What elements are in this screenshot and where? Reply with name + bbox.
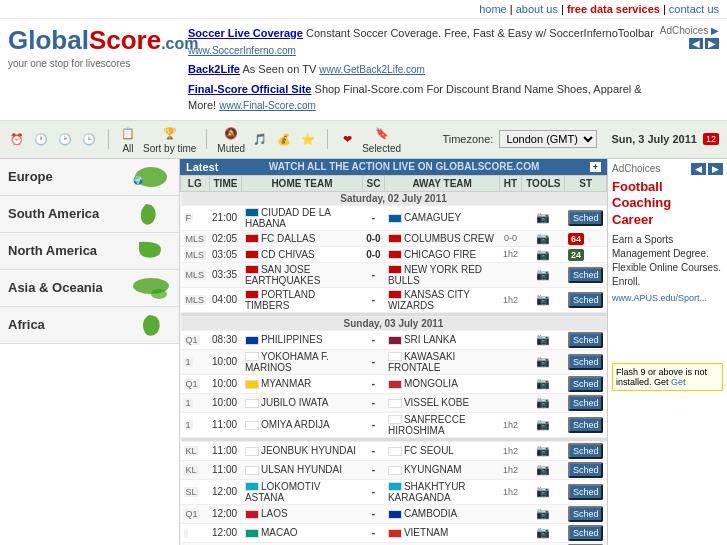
away-team-cell: CHICAGO FIRE: [385, 246, 499, 262]
sched-button[interactable]: Sched: [568, 484, 604, 500]
flag-icon: [245, 208, 259, 217]
camera-icon[interactable]: 📷: [536, 444, 550, 456]
league-cell: 1: [181, 349, 210, 374]
col-away: AWAY TEAM: [385, 175, 499, 191]
flag-icon: [388, 214, 402, 223]
toolbar-icon-6: 💰: [275, 130, 293, 148]
ht-cell: [499, 262, 521, 287]
sidebar-item-europe[interactable]: Europe 🌍: [0, 159, 179, 196]
ad1-link[interactable]: Soccer Live Coverage: [188, 27, 303, 39]
clock-icon-1: ⏰: [8, 130, 26, 148]
camera-icon[interactable]: 📷: [536, 293, 550, 305]
separator-2: [206, 129, 207, 149]
ad-choices-header: AdChoices: [660, 25, 708, 36]
score-cell: -: [362, 330, 385, 349]
table-row: Q1 10:00 MYANMAR - MONGOLIA 📷 Sched: [181, 374, 607, 393]
table-row: SL 12:00 LOKOMOTIV ASTANA - SHAKHTYUR KA…: [181, 479, 607, 504]
home-link[interactable]: home: [479, 3, 507, 15]
sched-button[interactable]: Sched: [568, 267, 604, 283]
timezone-select[interactable]: London (GMT): [499, 130, 597, 148]
home-team-cell: JUBILO IWATA: [242, 393, 362, 412]
ad3-link[interactable]: Final-Score Official Site: [188, 83, 311, 95]
clock-icon-2: 🕐: [32, 130, 50, 148]
league-cell: 1: [181, 412, 210, 437]
camera-icon[interactable]: 📷: [536, 463, 550, 475]
away-team-cell: COLUMBUS CREW: [385, 230, 499, 246]
africa-map: [131, 313, 171, 337]
camera-icon[interactable]: 📷: [536, 333, 550, 345]
sidebar-item-north-america[interactable]: North America: [0, 233, 179, 270]
expand-button[interactable]: +: [590, 162, 601, 172]
sched-button[interactable]: Sched: [568, 462, 604, 478]
free-data-link[interactable]: free data services: [567, 3, 660, 15]
sched-button[interactable]: Sched: [568, 376, 604, 392]
sched-button[interactable]: Sched: [568, 417, 604, 433]
filter-all-button[interactable]: 📋: [119, 125, 137, 143]
camera-icon[interactable]: 📷: [536, 268, 550, 280]
camera-icon[interactable]: 📷: [536, 248, 550, 260]
matches-tbody: Saturday, 02 July 2011 F 21:00 CIUDAD DE…: [181, 191, 607, 545]
tools-cell: 📷: [522, 330, 565, 349]
contact-link[interactable]: contact us: [669, 3, 719, 15]
away-team-cell: CAMBODIA: [385, 504, 499, 523]
camera-icon[interactable]: 📷: [536, 526, 550, 538]
sched-button[interactable]: Sched: [568, 443, 604, 459]
about-link[interactable]: about us: [516, 3, 558, 15]
ad2-text: As Seen on TV: [242, 63, 316, 75]
sort-time-button[interactable]: 🏆: [161, 125, 179, 143]
camera-icon[interactable]: 📷: [536, 355, 550, 367]
camera-icon[interactable]: 📷: [536, 396, 550, 408]
separator-3: [327, 129, 328, 149]
ad-blue-2[interactable]: ▶: [708, 163, 723, 175]
ad-choices-icon[interactable]: ▶: [711, 25, 719, 36]
latest-label: Latest: [186, 161, 218, 173]
ht-cell: [499, 349, 521, 374]
camera-icon[interactable]: 📷: [536, 211, 550, 223]
nav-arrow-left[interactable]: ◀: [689, 38, 703, 49]
sidebar-item-asia-oceania[interactable]: Asia & Oceania: [0, 270, 179, 307]
table-row: MLS 04:00 PORTLAND TIMBERS - KANSAS CITY…: [181, 287, 607, 312]
nav-arrow-right[interactable]: ▶: [705, 38, 719, 49]
score-cell: -: [362, 349, 385, 374]
st-cell: Sched: [565, 460, 607, 479]
flag-icon: [388, 482, 402, 491]
flag-icon: [245, 336, 259, 345]
ads-area: Soccer Live Coverage Constant Soccer Cov…: [188, 25, 660, 114]
ad1-url[interactable]: www.SoccerInferno.com: [188, 45, 296, 56]
camera-icon[interactable]: 📷: [536, 232, 550, 244]
home-team-cell: PHILIPPINES: [242, 330, 362, 349]
ht-cell: [499, 504, 521, 523]
selected-button[interactable]: 🔖: [373, 125, 391, 143]
flash-get-link[interactable]: Get: [671, 377, 686, 387]
ad-link[interactable]: www.APUS.edu/Sport...: [612, 293, 723, 303]
north-america-map: [131, 239, 171, 263]
sched-button[interactable]: Sched: [568, 525, 604, 541]
sched-button[interactable]: Sched: [568, 506, 604, 522]
camera-icon[interactable]: 📷: [536, 485, 550, 497]
sched-button[interactable]: Sched: [568, 292, 604, 308]
flag-icon: [388, 290, 402, 299]
ad2-link[interactable]: Back2Life: [188, 63, 240, 75]
score-cell: -: [362, 504, 385, 523]
score-cell: -: [362, 374, 385, 393]
toolbar-icon-8: ❤: [338, 130, 356, 148]
main-layout: Europe 🌍 South America North America Asi…: [0, 159, 727, 546]
camera-icon[interactable]: 📷: [536, 507, 550, 519]
calendar-icon[interactable]: 12: [703, 133, 719, 145]
tools-cell: 📷: [522, 523, 565, 542]
camera-icon[interactable]: 📷: [536, 418, 550, 430]
sched-button[interactable]: Sched: [568, 354, 604, 370]
ad3-url[interactable]: www.Final-Score.com: [219, 100, 316, 111]
right-ad-panel: AdChoices ◀ ▶ Football Coaching Career E…: [607, 159, 727, 546]
mute-button[interactable]: 🔕: [222, 125, 240, 143]
ad-blue-1[interactable]: ◀: [691, 163, 706, 175]
sidebar-item-africa[interactable]: Africa: [0, 307, 179, 344]
sched-button[interactable]: Sched: [568, 332, 604, 348]
camera-icon[interactable]: 📷: [536, 377, 550, 389]
ad2-url[interactable]: www.GetBack2Life.com: [319, 64, 425, 75]
flag-icon: [388, 447, 402, 456]
ad-body: Earn a Sports Management Degree. Flexibl…: [612, 233, 723, 289]
sched-button[interactable]: Sched: [568, 210, 604, 226]
sched-button[interactable]: Sched: [568, 395, 604, 411]
sidebar-item-south-america[interactable]: South America: [0, 196, 179, 233]
